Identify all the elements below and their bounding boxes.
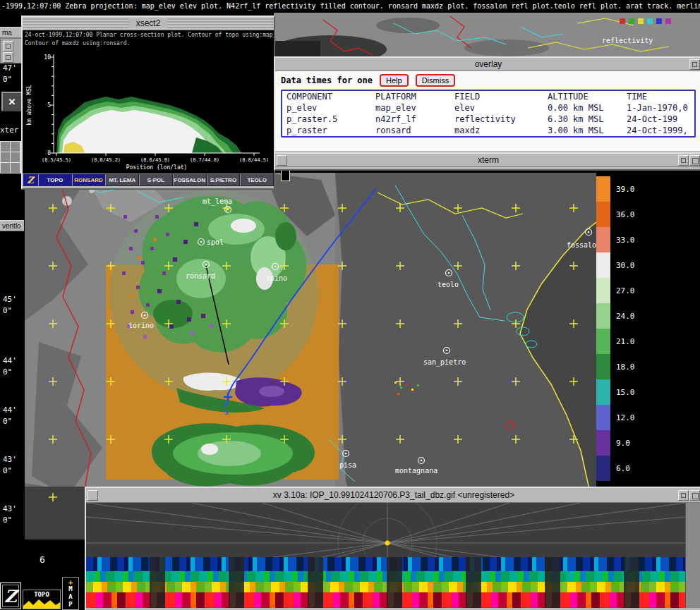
maximize-icon[interactable] — [689, 155, 700, 166]
xsect2-titlebar[interactable]: xsect2 — [23, 17, 274, 30]
colorbar-row: 9.0 — [596, 430, 653, 456]
window-fragment-eventlog-title[interactable]: ventlo — [0, 220, 24, 231]
minimize-icon[interactable] — [678, 490, 689, 501]
xv-scrollbar[interactable] — [685, 503, 700, 608]
colorbar-row: 36.0 — [596, 202, 653, 227]
xsect2-button-s-pol[interactable]: S-POL — [139, 173, 173, 186]
xterm-title: xterm — [471, 155, 506, 165]
latitude-label: 45' — [3, 295, 17, 304]
minimize-icon[interactable] — [678, 155, 689, 166]
cell-platform: n42rf_lf — [375, 114, 454, 125]
radar-origin-dot — [385, 541, 390, 546]
latitude-label: 47' — [3, 63, 17, 73]
station-label: san_pietro — [423, 358, 466, 367]
mountain-icon — [23, 598, 60, 609]
colorbar-label: 6.0 — [616, 464, 630, 473]
xsect2-button-teolo[interactable]: TEOLO — [240, 173, 274, 186]
aircraft-track-label: P3 — [223, 401, 230, 417]
xsect2-button-row: Z TOPO RONSARD MT. LEMA S-POL FOSSALON S… — [23, 173, 274, 186]
window-menu-icon[interactable] — [88, 490, 98, 501]
colorbar-row: 33.0 — [596, 227, 653, 252]
xsect2-header-line1: 24-oct-1999,12:07:00 Planar cross-sectio… — [23, 30, 274, 39]
topo-button-label: TOPO — [23, 591, 60, 598]
cell-altitude: 0.00 km MSL — [548, 102, 627, 114]
xsect2-button-ronsard[interactable]: RONSARD — [72, 173, 106, 186]
latitude-label: 43' — [3, 455, 17, 464]
y-tick: 5 — [47, 102, 51, 109]
overlay-titlebar[interactable]: overlay — [275, 58, 700, 71]
graticule-crosses — [25, 173, 596, 539]
y-axis-label: km above MSL — [26, 85, 32, 126]
zebra-map-canvas[interactable]: mt_lema spol ronsard spino torino teolo … — [25, 173, 596, 539]
colorbar-swatch — [596, 227, 610, 252]
overlay-window: overlay Data times for one Help Dismiss … — [274, 56, 700, 154]
station-label: montagnana — [395, 467, 438, 475]
colorbar-row: 12.0 — [596, 405, 653, 430]
latitude-label: 43' — [3, 504, 17, 513]
window-gadget[interactable] — [3, 52, 13, 63]
colorbar-row: 21.0 — [596, 329, 653, 354]
table-row: p_raster ronsard maxdz 3.00 km MSL 24-Oc… — [282, 125, 694, 136]
xv-window: xv 3.10a: IOP_10.991024120706.P3_tail_db… — [85, 487, 700, 610]
cell-time: 24-Oct-199 — [627, 114, 690, 125]
window-gadget[interactable] — [3, 41, 13, 51]
cell-component: p_elev — [286, 102, 375, 114]
cell-field: maxdz — [454, 125, 548, 136]
zebra-logo-button[interactable]: Z — [0, 582, 21, 609]
x-tick: (8.6/45.0) — [140, 157, 170, 163]
station-label: torino — [128, 322, 154, 329]
xsect2-button-s-pietro[interactable]: S.PIETRO — [207, 173, 241, 186]
colorbar-row: 27.0 — [596, 278, 653, 303]
cell-field: reflectivity — [454, 114, 548, 125]
window-fragment-map-title[interactable]: ma — [0, 27, 24, 38]
window-menu-icon[interactable] — [277, 155, 287, 166]
latitude-label: 0" — [3, 417, 12, 426]
xsect2-button-z[interactable]: Z — [23, 173, 38, 186]
colorbar-label: 18.0 — [616, 362, 635, 372]
map-button[interactable]: + MAP — [62, 577, 79, 610]
cross-section-plot: 10 5 0 km above MSL (8.5/45.5) (8.6/45.2… — [23, 47, 271, 173]
xsect2-window: xsect2 24-oct-1999,12:07:00 Planar cross… — [21, 16, 275, 190]
xsect2-button-mt-lema[interactable]: MT. LEMA — [105, 173, 139, 186]
latitude-label: 0" — [3, 75, 12, 84]
xsect2-button-topo[interactable]: TOPO — [38, 173, 72, 186]
maximize-icon[interactable] — [689, 490, 700, 501]
latitude-label: 0" — [3, 516, 12, 525]
cell-platform: ronsard — [375, 125, 454, 136]
xterm-titlebar[interactable]: xterm — [275, 154, 700, 167]
mini-colorbar-swatch — [665, 18, 671, 24]
col-header: FIELD — [454, 91, 548, 102]
table-row: p_elev map_elev elev 0.00 km MSL 1-Jan-1… — [282, 102, 694, 114]
xsect2-header-line2: Contour of maxdz using:ronsard. — [23, 39, 274, 47]
mini-colorbar — [620, 18, 671, 24]
x-tick: (8.5/45.5) — [42, 157, 71, 163]
colorbar-row: 6.0 — [596, 456, 653, 481]
window-grid-icon[interactable] — [0, 141, 21, 173]
xsect2-content: 24-oct-1999,12:07:00 Planar cross-sectio… — [23, 30, 274, 186]
help-button[interactable]: Help — [380, 74, 409, 87]
xv-title: xv 3.10a: IOP_10.991024120706.P3_tail_db… — [266, 490, 521, 500]
dismiss-button[interactable]: Dismiss — [416, 74, 456, 87]
colorbar-label: 33.0 — [616, 236, 635, 245]
colorbar-swatch — [596, 430, 610, 456]
topo-button[interactable]: TOPO — [23, 590, 61, 609]
close-icon[interactable]: ✕ — [1, 92, 23, 111]
window-fragment-panel — [0, 38, 24, 63]
colorbar-row: 24.0 — [596, 303, 653, 329]
cell-time: 1-Jan-1970,0 — [627, 102, 690, 114]
colorbar-swatch — [596, 456, 610, 481]
xterm-icon-label[interactable]: xter — [0, 126, 19, 135]
overlay-content: Data times for one Help Dismiss COMPONEN… — [275, 71, 700, 151]
x-tick: (8.8/44.5) — [239, 157, 269, 163]
maximize-icon[interactable] — [689, 59, 700, 70]
xsect2-button-fossalon[interactable]: FOSSALON — [173, 173, 207, 186]
xv-image[interactable] — [86, 503, 700, 608]
xsect2-title: xsect2 — [129, 18, 168, 28]
overlay-title: overlay — [468, 59, 509, 69]
cell-field: elev — [454, 102, 548, 114]
colorbar-label: 27.0 — [616, 286, 635, 295]
table-header-row: COMPONENT PLATFORM FIELD ALTITUDE TIME — [282, 91, 694, 102]
xv-titlebar[interactable]: xv 3.10a: IOP_10.991024120706.P3_tail_db… — [86, 488, 700, 503]
col-header: PLATFORM — [375, 91, 454, 102]
station-label: ronsard — [186, 272, 215, 280]
